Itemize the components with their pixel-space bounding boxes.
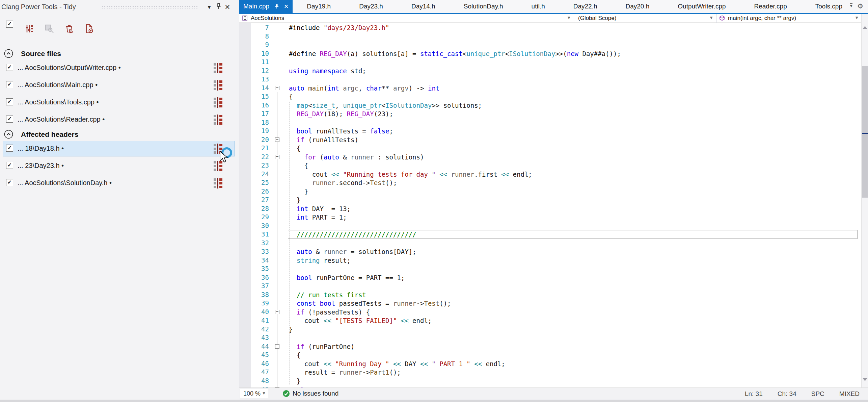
breakpoint-margin[interactable] [239,92,251,101]
tab-outputwriter-cpp[interactable]: OutputWriter.cpp [663,0,740,13]
breakpoint-margin[interactable] [239,265,251,273]
fold-toggle[interactable]: − [275,86,279,90]
window-position-icon[interactable]: ▾ [205,3,213,11]
list-item[interactable]: ✓... AocSolutions\OutputWriter.cpp • [0,60,236,75]
fold-toggle[interactable]: − [275,310,279,314]
breakpoint-margin[interactable] [239,23,251,32]
fold-toggle[interactable]: − [275,137,279,142]
breakpoint-margin[interactable] [239,75,251,84]
collapse-chevron-icon[interactable] [4,49,13,59]
tab-day23-h[interactable]: Day23.h [345,0,397,13]
scope-dropdown[interactable]: (Global Scope) ▼ [574,14,716,23]
breakpoint-margin[interactable] [239,109,251,118]
breakpoint-margin[interactable] [239,222,251,230]
file-checkbox[interactable]: ✓ [6,162,13,169]
column-indicator[interactable]: Ch: 34 [778,390,796,398]
health-check-icon[interactable] [282,390,290,397]
breakpoint-margin[interactable] [239,273,251,282]
ignore-file-button[interactable] [84,24,94,33]
diff-icon[interactable] [214,97,222,109]
scroll-up-arrow-icon[interactable] [863,26,867,29]
line-indicator[interactable]: Ln: 31 [745,390,763,398]
breakpoint-margin[interactable] [239,58,251,67]
breakpoint-margin[interactable] [239,178,251,187]
breakpoint-margin[interactable] [239,291,251,299]
diff-icon[interactable] [214,63,222,75]
breakpoint-margin[interactable] [239,127,251,135]
remove-fixes-button[interactable] [64,24,74,33]
scrollbar-thumb[interactable] [862,66,868,198]
breakpoint-margin[interactable] [239,32,251,41]
breakpoint-margin[interactable] [239,135,251,144]
breakpoint-margin[interactable] [239,342,251,351]
breakpoint-margin[interactable] [239,196,251,204]
breakpoint-margin[interactable] [239,230,251,239]
scroll-down-arrow-icon[interactable] [863,378,867,381]
breakpoint-margin[interactable] [239,118,251,127]
breakpoint-margin[interactable] [239,333,251,342]
tab-day19-h[interactable]: Day19.h [293,0,345,13]
pin-icon[interactable] [215,3,223,11]
tab-options-gear-icon[interactable]: ⚙ [857,2,863,10]
fold-toggle[interactable]: − [275,155,279,159]
diff-icon[interactable] [214,178,222,190]
breakpoint-margin[interactable] [239,282,251,291]
tab-close-icon[interactable]: ✕ [284,0,289,13]
file-checkbox[interactable]: ✓ [6,81,13,88]
breakpoint-margin[interactable] [239,170,251,179]
breakpoint-margin[interactable] [239,153,251,161]
tab-day20-h[interactable]: Day20.h [612,0,664,13]
tab-day14-h[interactable]: Day14.h [397,0,450,13]
tab-reader-cpp[interactable]: Reader.cpp [740,0,801,13]
horizontal-scrollbar-strip[interactable] [0,400,868,402]
breakpoint-margin[interactable] [239,377,251,385]
breakpoint-margin[interactable] [239,359,251,368]
select-all-checkbox[interactable]: ✓ [6,21,13,28]
close-icon[interactable]: ✕ [223,3,232,11]
tab-util-h[interactable]: util.h [517,0,559,13]
tab-tools-cpp[interactable]: Tools.cpp [801,0,857,13]
tab-pin-icon[interactable] [274,4,279,9]
breakpoint-margin[interactable] [239,256,251,265]
breakpoint-margin[interactable] [239,325,251,334]
breakpoint-margin[interactable] [239,67,251,75]
list-item[interactable]: ✓... 23\Day23.h • [0,158,236,173]
breakpoint-margin[interactable] [239,316,251,325]
list-item[interactable]: ✓... 18\Day18.h • [0,141,236,156]
breakpoint-margin[interactable] [239,385,251,387]
breakpoint-margin[interactable] [239,161,251,170]
tidy-settings-button[interactable] [25,24,34,33]
section-header-source-files[interactable]: Source files [0,49,236,60]
breakpoint-margin[interactable] [239,351,251,359]
file-checkbox[interactable]: ✓ [6,179,13,186]
zoom-control[interactable]: 100 % ▼ [240,389,268,398]
section-header-affected-headers[interactable]: Affected headers [0,130,236,141]
breakpoint-margin[interactable] [239,247,251,256]
diff-icon[interactable] [214,80,222,92]
tab-overflow-icon[interactable]: ▾ [850,3,852,7]
breakpoint-margin[interactable] [239,213,251,222]
tab-solutionday-h[interactable]: SolutionDay.h [450,0,517,13]
space-mode-indicator[interactable]: SPC [811,390,824,398]
breakpoint-margin[interactable] [239,299,251,308]
breakpoint-margin[interactable] [239,41,251,49]
fold-toggle[interactable]: − [275,344,279,349]
method-dropdown[interactable]: main(int argc, char ** argv) ▼ [716,14,862,23]
project-dropdown[interactable]: AocSolutions ▼ [239,14,574,23]
fold-toggle[interactable]: − [275,387,279,387]
lineending-indicator[interactable]: MIXED [839,390,860,398]
file-checkbox[interactable]: ✓ [6,145,13,152]
breakpoint-margin[interactable] [239,204,251,213]
breakpoint-margin[interactable] [239,187,251,196]
file-checkbox[interactable]: ✓ [6,64,13,71]
list-item[interactable]: ✓... AocSolutions\Reader.cpp • [0,112,236,127]
breakpoint-margin[interactable] [239,308,251,317]
vertical-scrollbar[interactable] [861,14,868,387]
breakpoint-margin[interactable] [239,368,251,377]
tab-main-cpp[interactable]: Main.cpp✕ [239,0,293,13]
list-item[interactable]: ✓... AocSolutions\Tools.cpp • [0,95,236,110]
file-checkbox[interactable]: ✓ [6,116,13,123]
code-area[interactable]: 7#include "days/23/Day23.h"8910#define R… [239,23,862,387]
breakpoint-margin[interactable] [239,84,251,93]
tab-day22-h[interactable]: Day22.h [559,0,612,13]
